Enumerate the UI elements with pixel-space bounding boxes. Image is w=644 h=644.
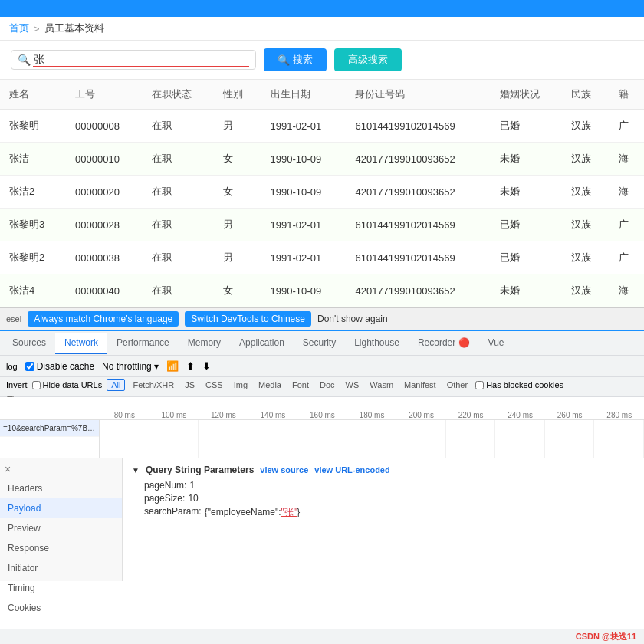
tc4 bbox=[248, 420, 298, 458]
tab-application[interactable]: Application bbox=[230, 333, 294, 354]
cell-4-7: 汉族 bbox=[562, 242, 609, 274]
table-row[interactable]: 张洁00000010在职女1990-10-0942017719901009365… bbox=[0, 143, 644, 176]
tl-100: 100 ms bbox=[150, 411, 199, 419]
param-pagesize-value: 10 bbox=[188, 493, 198, 504]
tab-vue[interactable]: Vue bbox=[479, 333, 514, 354]
table-row[interactable]: 张黎明200000038在职男1991-02-01610144199102014… bbox=[0, 242, 644, 274]
detail-tab-cookies[interactable]: Cookies bbox=[0, 598, 122, 618]
search-button[interactable]: 🔍 搜索 bbox=[264, 48, 327, 71]
filter-manifest[interactable]: Manifest bbox=[401, 380, 439, 390]
detail-tab-timing[interactable]: Timing bbox=[0, 578, 122, 598]
col-marriage: 婚姻状况 bbox=[491, 80, 562, 110]
search-btn-label: 搜索 bbox=[293, 53, 313, 67]
switch-chinese-button[interactable]: Switch DevTools to Chinese bbox=[185, 311, 311, 327]
view-url-encoded-link[interactable]: view URL-encoded bbox=[314, 465, 389, 475]
expand-arrow-icon: ▼ bbox=[132, 466, 140, 475]
param-searchparam: searchParam: {"employeeName":"张"} bbox=[144, 506, 635, 519]
filter-ws[interactable]: WS bbox=[343, 380, 363, 390]
col-ethnicity: 民族 bbox=[562, 80, 609, 110]
timeline-labels: 80 ms 100 ms 120 ms 140 ms 160 ms 180 ms… bbox=[100, 411, 644, 419]
cell-5-0: 张洁4 bbox=[0, 274, 66, 307]
cell-5-2: 在职 bbox=[143, 274, 214, 307]
tab-recorder[interactable]: Recorder 🔴 bbox=[409, 333, 479, 354]
timeline-bar: 80 ms 100 ms 120 ms 140 ms 160 ms 180 ms… bbox=[0, 397, 644, 420]
cell-0-2: 在职 bbox=[143, 110, 214, 143]
disable-cache-checkbox[interactable]: Disable cache bbox=[25, 361, 94, 372]
tab-network[interactable]: Network bbox=[55, 333, 107, 354]
cell-2-8: 海 bbox=[610, 176, 644, 209]
cell-5-5: 420177199010093652 bbox=[346, 274, 491, 307]
cell-1-0: 张洁 bbox=[0, 143, 66, 176]
search-input[interactable] bbox=[34, 54, 249, 66]
table-row[interactable]: 张洁200000020在职女1990-10-094201771990100936… bbox=[0, 176, 644, 209]
tab-memory[interactable]: Memory bbox=[179, 333, 230, 354]
cell-1-4: 1990-10-09 bbox=[261, 143, 347, 176]
breadcrumb-separator: > bbox=[34, 23, 40, 34]
tab-performance[interactable]: Performance bbox=[107, 333, 179, 354]
table-row[interactable]: 张洁400000040在职女1990-10-094201771990100936… bbox=[0, 274, 644, 307]
cell-3-3: 男 bbox=[214, 209, 261, 242]
cell-5-6: 未婚 bbox=[491, 274, 562, 307]
tc9 bbox=[495, 420, 545, 458]
tl-80: 80 ms bbox=[100, 411, 150, 419]
tc3 bbox=[199, 420, 248, 458]
cell-0-0: 张黎明 bbox=[0, 110, 66, 143]
tl-280: 280 ms bbox=[594, 411, 644, 419]
filter-fetch-xhr[interactable]: Fetch/XHR bbox=[130, 380, 177, 390]
detail-close-button[interactable]: × bbox=[0, 462, 122, 477]
col-id: 工号 bbox=[66, 80, 143, 110]
filter-wasm[interactable]: Wasm bbox=[366, 380, 396, 390]
detail-tab-headers[interactable]: Headers bbox=[0, 478, 122, 498]
col-birthday: 出生日期 bbox=[261, 80, 347, 110]
cell-1-1: 00000010 bbox=[66, 143, 143, 176]
filter-other[interactable]: Other bbox=[444, 380, 472, 390]
param-searchparam-key: searchParam: bbox=[144, 506, 202, 517]
request-row[interactable]: =10&searchParam=%7B%... bbox=[0, 420, 99, 437]
tab-lighthouse[interactable]: Lighthouse bbox=[345, 333, 409, 354]
filter-doc[interactable]: Doc bbox=[317, 380, 338, 390]
tab-sources[interactable]: Sources bbox=[3, 333, 55, 354]
col-status: 在职状态 bbox=[143, 80, 214, 110]
filter-font[interactable]: Font bbox=[289, 380, 312, 390]
col-origin: 籍 bbox=[610, 80, 644, 110]
cell-5-1: 00000040 bbox=[66, 274, 143, 307]
tc5 bbox=[297, 420, 347, 458]
filter-all-tag[interactable]: All bbox=[107, 379, 125, 391]
table-row[interactable]: 张黎明300000028在职男1991-02-01610144199102014… bbox=[0, 209, 644, 242]
filter-media[interactable]: Media bbox=[255, 380, 284, 390]
filter-js[interactable]: JS bbox=[182, 380, 198, 390]
table-row[interactable]: 张黎明00000008在职男1991-02-016101441991020145… bbox=[0, 110, 644, 143]
search-btn-icon: 🔍 bbox=[278, 54, 290, 66]
has-blocked-cookies-checkbox[interactable]: Has blocked cookies bbox=[475, 380, 564, 389]
devtools-banner: esel Always match Chrome's language Swit… bbox=[0, 307, 644, 330]
tc1 bbox=[100, 420, 150, 458]
lang-match-button[interactable]: Always match Chrome's language bbox=[28, 311, 179, 327]
bottom-bar: CSDN @块迭11 bbox=[0, 629, 644, 644]
detail-tab-response[interactable]: Response bbox=[0, 538, 122, 558]
dont-show-button[interactable]: Don't show again bbox=[317, 314, 388, 324]
cell-1-2: 在职 bbox=[143, 143, 214, 176]
view-source-link[interactable]: view source bbox=[260, 465, 308, 475]
detail-tab-preview[interactable]: Preview bbox=[0, 518, 122, 538]
throttle-select[interactable]: No throttling ▾ bbox=[102, 361, 159, 372]
search-underline bbox=[33, 66, 249, 67]
advanced-search-button[interactable]: 高级搜索 bbox=[334, 48, 402, 71]
hide-data-urls-checkbox[interactable]: Hide data URLs bbox=[32, 380, 103, 389]
tab-security[interactable]: Security bbox=[294, 333, 345, 354]
param-pagenum: pageNum: 1 bbox=[144, 480, 635, 491]
filter-css[interactable]: CSS bbox=[202, 380, 226, 390]
filter-img[interactable]: Img bbox=[231, 380, 251, 390]
cell-2-7: 汉族 bbox=[562, 176, 609, 209]
tc7 bbox=[396, 420, 446, 458]
cell-3-8: 广 bbox=[610, 209, 644, 242]
cell-4-3: 男 bbox=[214, 242, 261, 274]
cell-1-7: 汉族 bbox=[562, 143, 609, 176]
detail-tab-payload[interactable]: Payload bbox=[0, 498, 122, 518]
request-row-text: =10&searchParam=%7B%... bbox=[3, 424, 96, 432]
detail-tab-initiator[interactable]: Initiator bbox=[0, 558, 122, 578]
tc10 bbox=[545, 420, 595, 458]
tl-160: 160 ms bbox=[297, 411, 347, 419]
tl-140: 140 ms bbox=[248, 411, 298, 419]
breadcrumb-home[interactable]: 首页 bbox=[9, 21, 29, 35]
cell-4-4: 1991-02-01 bbox=[261, 242, 347, 274]
